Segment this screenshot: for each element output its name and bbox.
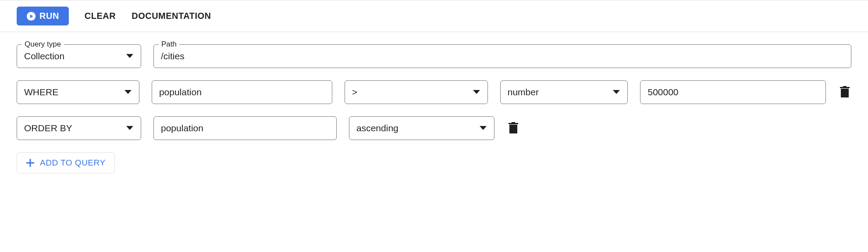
where-field-input[interactable] [159,87,325,97]
run-button[interactable]: RUN [17,7,69,25]
chevron-down-icon [126,126,134,131]
where-operator-dropdown[interactable]: > [345,80,488,104]
svg-rect-1 [841,89,849,97]
add-to-query-label: ADD TO QUERY [40,158,106,168]
clause-keyword-dropdown[interactable]: WHERE [17,80,139,104]
where-clause-row: WHERE > number [17,80,851,104]
path-label: Path [159,40,179,49]
query-type-label: Query type [22,40,64,49]
svg-rect-6 [512,122,515,123]
where-operator-value: > [352,87,357,97]
trash-icon [840,86,850,99]
clause-keyword-value: ORDER BY [24,123,72,133]
path-input-container[interactable] [153,44,851,68]
clause-keyword-dropdown[interactable]: ORDER BY [17,116,141,140]
clause-keyword-value: WHERE [24,87,58,97]
chevron-down-icon [612,90,620,95]
delete-orderby-button[interactable] [507,120,520,137]
play-icon [26,11,36,21]
where-field-input-container[interactable] [152,80,332,104]
path-input[interactable] [161,51,844,61]
clear-button[interactable]: CLEAR [85,11,116,21]
query-type-value: Collection [24,51,64,61]
trash-icon [509,122,518,135]
where-type-dropdown[interactable]: number [500,80,628,104]
orderby-field-input-container[interactable] [153,116,337,140]
where-type-value: number [508,87,539,97]
chevron-down-icon [479,126,487,131]
chevron-down-icon [124,90,132,95]
orderby-direction-value: ascending [356,123,398,133]
orderby-field-input[interactable] [161,123,329,133]
svg-rect-8 [26,162,34,164]
orderby-direction-dropdown[interactable]: ascending [349,116,494,140]
chevron-down-icon [126,54,134,59]
where-value-input[interactable] [647,87,818,97]
query-builder: Query type Collection Path WHERE [0,32,868,186]
run-label: RUN [39,11,59,21]
svg-rect-4 [509,125,517,133]
delete-where-button[interactable] [838,84,851,101]
add-to-query-button[interactable]: ADD TO QUERY [17,152,115,173]
query-type-field-wrap: Query type Collection [17,44,141,68]
where-value-input-container[interactable] [640,80,826,104]
query-header-row: Query type Collection Path [17,44,851,68]
documentation-button[interactable]: DOCUMENTATION [132,11,211,21]
path-field-wrap: Path [153,44,851,68]
orderby-clause-row: ORDER BY ascending [17,116,851,140]
toolbar: RUN CLEAR DOCUMENTATION [0,0,868,32]
chevron-down-icon [473,90,480,95]
plus-icon [26,158,35,167]
svg-rect-3 [843,86,847,87]
